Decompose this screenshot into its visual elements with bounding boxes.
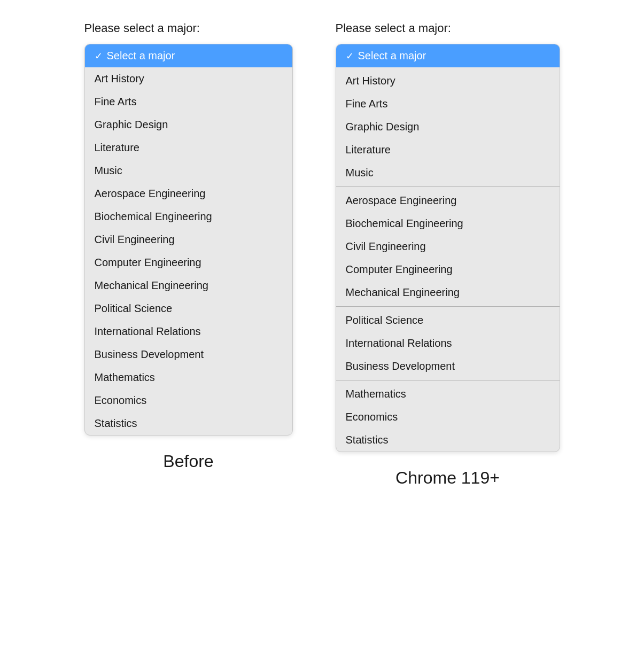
list-item[interactable]: Biochemical Engineering bbox=[336, 212, 560, 235]
item-label: Graphic Design bbox=[346, 121, 420, 133]
list-item[interactable]: Statistics bbox=[85, 412, 292, 435]
checkmark-icon: ✓ bbox=[346, 50, 354, 62]
item-label: Literature bbox=[346, 144, 391, 156]
item-label: Political Science bbox=[346, 314, 424, 326]
group-divider-3 bbox=[336, 380, 560, 380]
list-item[interactable]: Graphic Design bbox=[336, 115, 560, 138]
left-prompt: Please select a major: bbox=[84, 21, 200, 35]
list-item[interactable]: Mechanical Engineering bbox=[85, 274, 292, 297]
list-item[interactable]: Computer Engineering bbox=[85, 251, 292, 274]
right-prompt: Please select a major: bbox=[336, 21, 451, 35]
item-label: Art History bbox=[95, 73, 144, 85]
item-label: Aerospace Engineering bbox=[95, 188, 206, 200]
item-label: Fine Arts bbox=[346, 98, 388, 110]
list-item[interactable]: Aerospace Engineering bbox=[336, 189, 560, 212]
list-item[interactable]: Political Science bbox=[336, 309, 560, 332]
list-item[interactable]: Political Science bbox=[85, 297, 292, 320]
item-label: Political Science bbox=[95, 302, 173, 315]
item-label: Business Development bbox=[346, 360, 455, 372]
list-item[interactable]: Economics bbox=[336, 406, 560, 429]
list-item[interactable]: Fine Arts bbox=[336, 92, 560, 115]
list-item[interactable]: Statistics bbox=[336, 429, 560, 452]
item-label: Computer Engineering bbox=[346, 263, 453, 276]
list-item[interactable]: Music bbox=[85, 159, 292, 182]
list-item[interactable]: Art History bbox=[85, 67, 292, 90]
group-divider-1 bbox=[336, 186, 560, 187]
list-item[interactable]: Biochemical Engineering bbox=[85, 205, 292, 228]
item-label: International Relations bbox=[346, 337, 452, 349]
right-listbox[interactable]: ✓ Select a major Art History Fine Arts G… bbox=[336, 44, 560, 452]
item-label: Civil Engineering bbox=[95, 234, 175, 246]
page-wrapper: Please select a major: ✓ Select a major … bbox=[11, 21, 633, 488]
list-item[interactable]: Music bbox=[336, 161, 560, 184]
list-item[interactable]: Mathematics bbox=[85, 366, 292, 389]
item-label: Literature bbox=[95, 142, 140, 154]
list-item[interactable]: Fine Arts bbox=[85, 90, 292, 113]
item-label: Mechanical Engineering bbox=[346, 286, 460, 299]
item-label: Economics bbox=[95, 394, 147, 407]
list-item[interactable]: Mechanical Engineering bbox=[336, 281, 560, 304]
checkmark-icon: ✓ bbox=[95, 50, 103, 62]
list-item[interactable]: International Relations bbox=[85, 320, 292, 343]
left-column: Please select a major: ✓ Select a major … bbox=[84, 21, 293, 471]
item-label: Biochemical Engineering bbox=[95, 211, 212, 223]
left-caption: Before bbox=[163, 452, 213, 471]
item-label: Civil Engineering bbox=[346, 240, 426, 253]
item-label: Music bbox=[346, 167, 374, 179]
list-item[interactable]: Literature bbox=[336, 138, 560, 161]
item-label: Mathematics bbox=[346, 388, 406, 400]
list-item[interactable]: Business Development bbox=[85, 343, 292, 366]
list-item[interactable]: Art History bbox=[336, 69, 560, 92]
left-listbox[interactable]: ✓ Select a major Art History Fine Arts G… bbox=[84, 44, 293, 436]
item-label: Biochemical Engineering bbox=[346, 217, 463, 230]
item-label: Economics bbox=[346, 411, 398, 423]
right-column: Please select a major: ✓ Select a major … bbox=[336, 21, 560, 488]
left-selected-label: Select a major bbox=[107, 50, 175, 62]
right-selected-item[interactable]: ✓ Select a major bbox=[336, 44, 560, 67]
list-item[interactable]: Literature bbox=[85, 136, 292, 159]
item-label: Statistics bbox=[346, 434, 389, 446]
left-selected-item[interactable]: ✓ Select a major bbox=[85, 44, 292, 67]
item-label: Mathematics bbox=[95, 371, 155, 384]
list-item[interactable]: Economics bbox=[85, 389, 292, 412]
list-item[interactable]: Business Development bbox=[336, 355, 560, 378]
item-label: Aerospace Engineering bbox=[346, 195, 457, 207]
list-item[interactable]: Computer Engineering bbox=[336, 258, 560, 281]
item-label: Fine Arts bbox=[95, 96, 137, 108]
item-label: Music bbox=[95, 165, 122, 177]
item-label: Computer Engineering bbox=[95, 256, 201, 269]
item-label: Statistics bbox=[95, 417, 137, 430]
group-divider-2 bbox=[336, 306, 560, 307]
item-label: Mechanical Engineering bbox=[95, 279, 208, 292]
list-item[interactable]: Aerospace Engineering bbox=[85, 182, 292, 205]
list-item[interactable]: International Relations bbox=[336, 332, 560, 355]
item-label: Business Development bbox=[95, 348, 204, 361]
list-item[interactable]: Civil Engineering bbox=[336, 235, 560, 258]
list-item[interactable]: Graphic Design bbox=[85, 113, 292, 136]
right-caption: Chrome 119+ bbox=[395, 468, 500, 488]
item-label: International Relations bbox=[95, 325, 201, 338]
right-selected-label: Select a major bbox=[358, 50, 426, 62]
item-label: Art History bbox=[346, 75, 395, 87]
list-item[interactable]: Civil Engineering bbox=[85, 228, 292, 251]
item-label: Graphic Design bbox=[95, 119, 168, 131]
list-item[interactable]: Mathematics bbox=[336, 383, 560, 406]
